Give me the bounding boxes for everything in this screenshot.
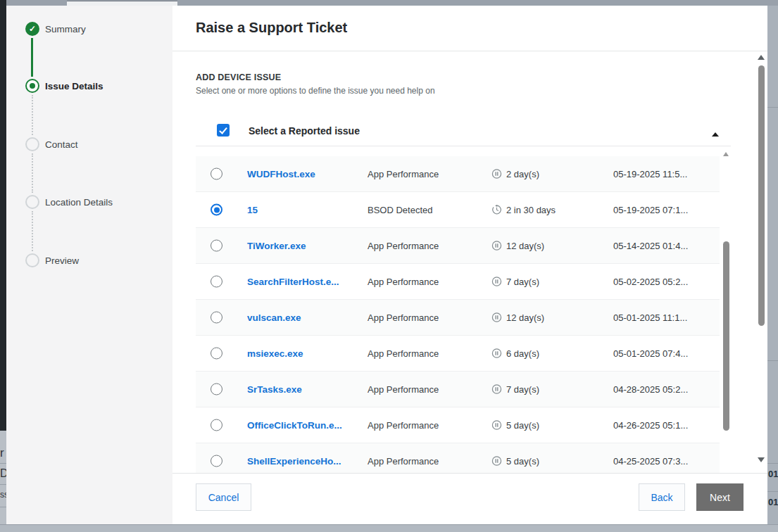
history-icon (491, 205, 502, 215)
check-icon: ✓ (25, 22, 39, 36)
issue-row[interactable]: ShellExperienceHo... App Performance 5 d… (196, 443, 720, 473)
issue-name-link[interactable]: msiexec.exe (247, 348, 303, 359)
issue-radio[interactable] (211, 455, 222, 467)
issue-date: 04-26-2025 05:1... (613, 420, 688, 431)
scrollbar-thumb[interactable] (723, 241, 729, 431)
step-label: Preview (45, 255, 79, 266)
issue-duration: 2 in 30 days (491, 205, 556, 215)
issue-radio[interactable] (211, 168, 222, 180)
step-contact[interactable]: ✓ Contact (25, 137, 78, 152)
next-button[interactable]: Next (696, 483, 744, 511)
issue-name-link[interactable]: WUDFHost.exe (247, 169, 315, 179)
issue-row[interactable]: 15 BSOD Detected 2 in 30 days 05-19-2025… (196, 192, 720, 228)
step-label: Contact (45, 139, 78, 150)
issue-type: App Performance (368, 384, 439, 395)
step-state-icon: ✓ (25, 253, 39, 267)
issue-radio[interactable] (211, 276, 222, 288)
issue-row[interactable]: SearchFilterHost.e... App Performance 7 … (196, 264, 720, 300)
pause-circle-icon (491, 241, 502, 251)
issue-name-link[interactable]: TiWorker.exe (247, 241, 306, 251)
issue-name-link[interactable]: SrTasks.exe (247, 384, 302, 395)
background-text-fragment: ss (0, 490, 6, 500)
reported-issue-group-label[interactable]: Select a Reported issue (249, 125, 360, 137)
header-divider (172, 51, 767, 51)
issue-duration-text: 12 day(s) (506, 312, 544, 323)
step-label: Issue Details (45, 81, 103, 91)
background-text-fragment: 01 (768, 469, 778, 479)
issue-date: 05-02-2025 05:2... (613, 277, 688, 287)
back-button[interactable]: Back (639, 483, 685, 511)
issue-row[interactable]: TiWorker.exe App Performance 12 day(s) 0… (196, 228, 720, 264)
issue-type: BSOD Detected (368, 205, 433, 215)
step-issue-details[interactable]: ✓ Issue Details (25, 78, 103, 94)
issue-radio[interactable] (211, 312, 222, 324)
issue-date: 05-14-2025 01:4... (613, 241, 688, 251)
background-text-fragment: D (0, 467, 6, 480)
issue-radio[interactable] (211, 240, 222, 252)
collapse-caret-icon[interactable] (712, 132, 719, 137)
issue-row[interactable]: msiexec.exe App Performance 6 day(s) 05-… (196, 336, 720, 372)
step-state-icon: ✓ (25, 137, 39, 151)
issue-list: WUDFHost.exe App Performance 2 day(s) 05… (196, 156, 720, 473)
step-label: Location Details (45, 197, 113, 208)
issue-duration-text: 12 day(s) (506, 241, 544, 251)
issue-duration: 12 day(s) (491, 241, 544, 251)
background-divider (0, 484, 6, 485)
issue-radio[interactable] (211, 384, 222, 395)
group-divider (196, 146, 731, 146)
issue-duration-text: 2 day(s) (506, 169, 539, 179)
section-heading: ADD DEVICE ISSUE (196, 72, 281, 82)
issue-date: 04-28-2025 05:2... (613, 384, 688, 395)
cancel-button[interactable]: Cancel (196, 483, 251, 511)
issue-duration: 5 day(s) (491, 420, 539, 431)
step-preview[interactable]: ✓ Preview (25, 253, 79, 268)
issue-duration-text: 5 day(s) (506, 420, 539, 431)
issue-date: 04-25-2025 07:3... (613, 456, 688, 467)
issue-radio[interactable] (211, 348, 222, 360)
issue-duration: 5 day(s) (491, 456, 539, 467)
step-summary[interactable]: ✓ Summary (25, 21, 86, 37)
panel-scrollbar[interactable] (755, 52, 767, 466)
background-left-dark-strip (0, 0, 6, 431)
issue-radio[interactable] (211, 204, 222, 216)
issue-name-link[interactable]: vulscan.exe (247, 312, 301, 323)
scroll-down-icon[interactable] (758, 457, 765, 462)
issue-name-link[interactable]: 15 (247, 205, 258, 215)
pause-circle-icon (491, 312, 502, 323)
issue-row[interactable]: OfficeClickToRun.e... App Performance 5 … (196, 407, 720, 443)
pause-circle-icon (491, 420, 502, 431)
reported-issue-checkbox[interactable] (217, 124, 230, 137)
issue-duration: 7 day(s) (491, 277, 539, 287)
background-left-fragment-strip: r D ss (0, 431, 6, 524)
background-divider (0, 507, 6, 507)
step-location-details[interactable]: ✓ Location Details (25, 194, 113, 210)
issue-name-link[interactable]: ShellExperienceHo... (247, 456, 341, 467)
issue-row[interactable]: WUDFHost.exe App Performance 2 day(s) 05… (196, 156, 720, 192)
issue-name-link[interactable]: SearchFilterHost.e... (247, 277, 339, 287)
issue-type: App Performance (368, 348, 439, 359)
background-divider (767, 491, 778, 492)
issue-type: App Performance (368, 277, 439, 287)
scroll-up-icon[interactable] (723, 152, 729, 156)
background-divider (767, 360, 778, 361)
issue-row[interactable]: SrTasks.exe App Performance 7 day(s) 04-… (196, 372, 720, 407)
scrollbar-thumb[interactable] (758, 65, 765, 326)
stepper-connector (31, 38, 33, 77)
issue-list-scrollbar[interactable] (722, 148, 731, 473)
scroll-up-icon[interactable] (758, 55, 765, 60)
issue-name-link[interactable]: OfficeClickToRun.e... (247, 420, 342, 431)
issue-row[interactable]: vulscan.exe App Performance 12 day(s) 05… (196, 300, 720, 336)
dialog-title: Raise a Support Ticket (196, 20, 347, 36)
issue-duration-text: 7 day(s) (506, 384, 539, 395)
background-bottom-strip (0, 524, 778, 532)
issue-type: App Performance (368, 420, 439, 431)
step-state-icon: ✓ (25, 79, 39, 93)
issue-duration: 7 day(s) (491, 384, 539, 395)
pause-circle-icon (491, 384, 502, 395)
background-divider (767, 463, 778, 464)
section-subheading: Select one or more options to define the… (196, 86, 435, 96)
footer-divider (172, 473, 767, 474)
support-ticket-dialog: ✓ Summary ✓ Issue Details ✓ Contact ✓ Lo… (6, 6, 767, 524)
issue-radio[interactable] (211, 419, 222, 431)
wizard-stepper: ✓ Summary ✓ Issue Details ✓ Contact ✓ Lo… (6, 6, 172, 524)
